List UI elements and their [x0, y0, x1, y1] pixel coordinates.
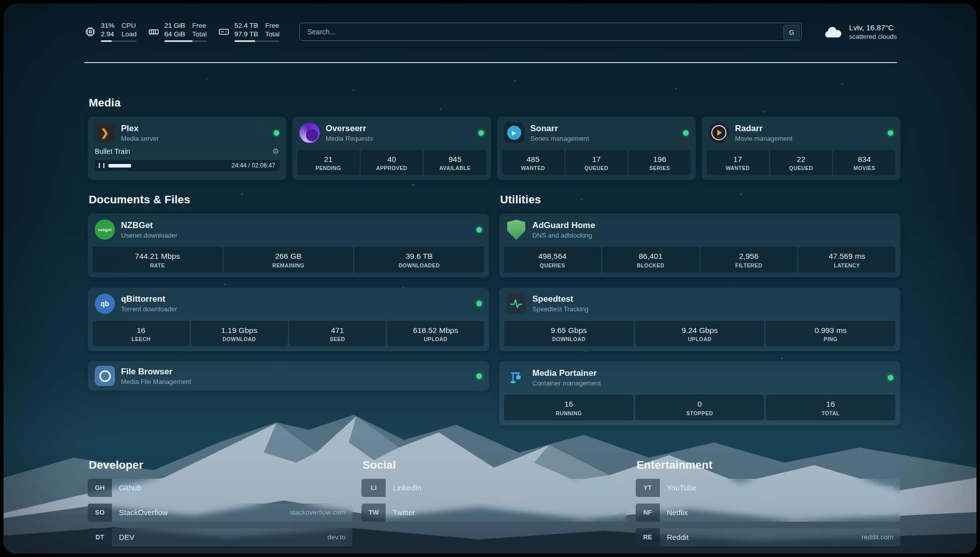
- memory-total: 64 GiB: [164, 30, 185, 39]
- bookmark-url: linkedin.com: [582, 479, 627, 497]
- service-card-speedtest[interactable]: Speedtest Speedtest Tracking 9.65 Gbps D…: [499, 288, 900, 351]
- stat-value: 16: [505, 399, 633, 409]
- bookmark-group-social: Social LI LinkedIn linkedin.com TW Twitt…: [361, 459, 626, 546]
- cpu-load: 2.94: [101, 30, 114, 39]
- service-card-nzbget[interactable]: nzbget NZBGet Usenet downloader 744.21 M…: [88, 213, 489, 277]
- stat-label: SERIES: [630, 165, 690, 171]
- stat-label: DOWNLOADED: [355, 262, 483, 268]
- stat-value: 16: [94, 325, 189, 335]
- stat-tile: 266 GB REMAINING: [224, 247, 353, 272]
- speedtest-icon: [506, 294, 526, 314]
- stat-tile: 471 SEED: [289, 321, 386, 346]
- stat-tile: 498,564 QUERIES: [504, 247, 601, 272]
- disk-widget: 52.4 TB 97.9 TB Free Total: [218, 22, 280, 42]
- memory-widget: 21 GiB 64 GiB Free Total: [148, 22, 207, 42]
- documents-section-title: Documents & Files: [89, 193, 489, 206]
- status-dot: [683, 130, 689, 136]
- stat-tile: 86,401 BLOCKED: [602, 247, 699, 272]
- stat-label: BLOCKED: [603, 262, 698, 268]
- overseerr-icon: [299, 123, 320, 143]
- bookmark-row-linkedin[interactable]: LI LinkedIn linkedin.com: [361, 479, 626, 497]
- service-subtitle: Speedtest Tracking: [532, 305, 588, 313]
- stat-value: 16: [767, 399, 894, 409]
- stat-label: RUNNING: [505, 410, 633, 416]
- stat-value: 9.24 Gbps: [636, 325, 764, 335]
- stat-value: 471: [290, 325, 385, 335]
- stat-label: MOVIES: [834, 165, 894, 171]
- bookmark-name: Twitter: [386, 504, 415, 522]
- stat-tile: 485 WANTED: [502, 150, 564, 175]
- status-dot: [476, 227, 482, 233]
- media-section-title: Media: [89, 96, 900, 109]
- service-subtitle: Series management: [530, 135, 589, 142]
- bookmark-row-github[interactable]: GH Github github.com: [88, 479, 352, 497]
- bookmark-name: Netflix: [660, 504, 688, 522]
- search-provider-button[interactable]: G: [783, 25, 800, 40]
- bookmark-name: DEV: [112, 528, 135, 546]
- stat-value: 39.6 TB: [355, 251, 483, 261]
- stat-label: QUERIES: [505, 262, 600, 268]
- radarr-icon: [709, 123, 729, 143]
- stat-label: LEECH: [94, 336, 189, 342]
- bookmark-url: netflix.com: [861, 504, 900, 522]
- service-subtitle: Media File Management: [121, 378, 191, 385]
- search-bar: G: [299, 23, 802, 41]
- service-name: File Browser: [121, 367, 191, 377]
- service-card-plex[interactable]: ❯ Plex Media server Bullet Train ⚙: [88, 117, 286, 180]
- service-subtitle: Torrent downloader: [121, 305, 177, 313]
- bookmark-url: youtube.com: [854, 479, 900, 497]
- service-card-filebrowser[interactable]: File Browser Media File Management: [88, 361, 489, 391]
- bookmark-row-youtube[interactable]: YT YouTube youtube.com: [636, 479, 900, 497]
- service-card-sonarr[interactable]: ▶ Sonarr Series management 485 WANTED: [497, 117, 696, 180]
- dashboard-content: Media ❯ Plex Media server Bullet Train: [88, 63, 900, 553]
- qbittorrent-icon: qb: [95, 294, 115, 314]
- bookmark-row-netflix[interactable]: NF Netflix netflix.com: [636, 504, 900, 522]
- stat-tile: 9.65 Gbps DOWNLOAD: [504, 321, 634, 346]
- bookmark-name: YouTube: [660, 479, 697, 497]
- bookmark-abbr: TW: [361, 504, 386, 522]
- search-input[interactable]: [299, 23, 802, 41]
- stat-tile: 16 TOTAL: [766, 395, 895, 420]
- bookmark-abbr: YT: [636, 479, 660, 497]
- utilities-section-title: Utilities: [500, 193, 900, 206]
- service-name: Sonarr: [530, 124, 589, 134]
- status-dot: [888, 130, 893, 136]
- memory-usage-bar: [164, 40, 207, 42]
- bookmark-abbr: DT: [88, 528, 112, 546]
- bookmark-row-dev[interactable]: DT DEV dev.to: [88, 528, 352, 546]
- bookmark-row-reddit[interactable]: RE Reddit reddit.com: [636, 528, 900, 546]
- stat-value: 945: [425, 154, 485, 164]
- bookmark-name: Github: [112, 479, 141, 497]
- service-name: Plex: [121, 124, 159, 134]
- service-card-overseerr[interactable]: Overseerr Media Requests 21 PENDING 40 A…: [292, 117, 491, 180]
- stat-label: STOPPED: [636, 410, 764, 416]
- service-card-qbittorrent[interactable]: qb qBittorrent Torrent downloader 16: [88, 288, 489, 351]
- stat-tile: 1.19 Gbps DOWNLOAD: [191, 321, 288, 346]
- stat-value: 17: [567, 154, 627, 164]
- stat-tile: 744.21 Mbps RATE: [93, 247, 222, 272]
- bookmark-row-stackoverflow[interactable]: SO StackOverflow stackoverflow.com: [88, 504, 352, 522]
- service-card-adguard[interactable]: AdGuard Home DNS and adblocking 498,564 …: [499, 213, 900, 277]
- stat-label: PING: [767, 336, 894, 342]
- service-card-radarr[interactable]: Radarr Movie management 17 WANTED 22 QUE…: [702, 117, 900, 180]
- bookmark-row-twitter[interactable]: TW Twitter twitter.com: [361, 504, 626, 522]
- pause-icon[interactable]: [99, 163, 104, 168]
- entertainment-section-title: Entertainment: [637, 459, 900, 472]
- nzbget-icon: nzbget: [95, 219, 115, 240]
- service-card-portainer[interactable]: Media Portainer Container management 16 …: [499, 361, 900, 425]
- stat-tile: 9.24 Gbps UPLOAD: [635, 321, 765, 346]
- weather-location: Lviv, 16.87°C: [849, 23, 897, 32]
- stat-tile: 39.6 TB DOWNLOADED: [354, 247, 484, 272]
- bookmark-url: stackoverflow.com: [290, 504, 352, 522]
- stat-tile: 618.52 Mbps UPLOAD: [387, 321, 484, 346]
- stat-value: 744.21 Mbps: [94, 251, 221, 261]
- stat-label: SEED: [290, 336, 385, 342]
- now-playing-title: Bullet Train: [95, 147, 130, 155]
- service-subtitle: Media server: [121, 135, 159, 142]
- settings-gear-icon[interactable]: ⚙: [273, 147, 279, 156]
- bookmark-abbr: GH: [88, 479, 112, 497]
- bookmark-name: LinkedIn: [386, 479, 421, 497]
- bookmark-abbr: NF: [636, 504, 660, 522]
- stat-label: PENDING: [298, 165, 358, 171]
- stat-tile: 21 PENDING: [297, 150, 359, 175]
